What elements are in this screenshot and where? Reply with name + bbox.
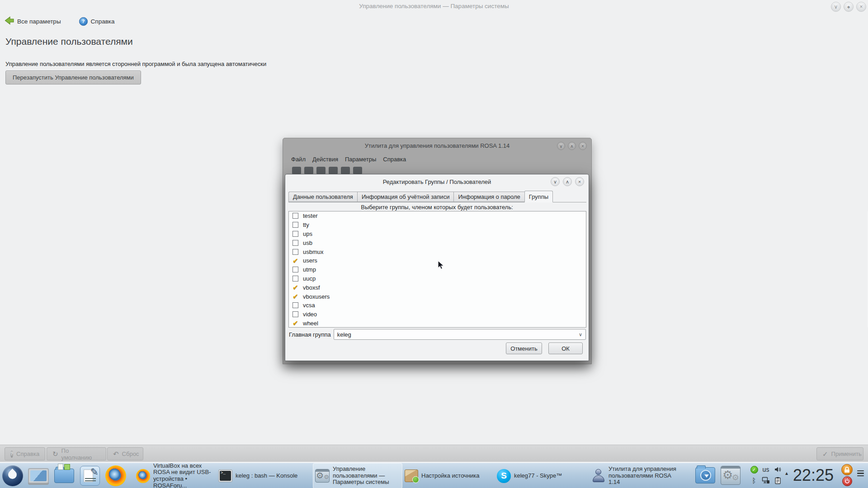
- checkbox-icon[interactable]: ✔: [292, 258, 298, 263]
- toolbar-icon: [316, 167, 326, 174]
- checkbox-icon[interactable]: [292, 222, 298, 228]
- task-user-utility[interactable]: Утилита для управления пользователями RO…: [590, 463, 679, 488]
- panel-menu-icon[interactable]: [857, 470, 864, 476]
- bluetooth-tray-item[interactable]: ᛒ: [748, 475, 760, 486]
- checkbox-icon[interactable]: [292, 213, 298, 219]
- tray-expand-icon[interactable]: ▴: [785, 470, 788, 476]
- primary-group-row: Главная группа keleg ∨: [289, 329, 586, 340]
- primary-group-combobox[interactable]: keleg ∨: [334, 329, 586, 340]
- launcher-area: ✎: [2, 465, 127, 487]
- group-row[interactable]: ✔vboxusers: [289, 292, 586, 301]
- group-row[interactable]: ups: [289, 230, 586, 239]
- group-row[interactable]: ✔vboxsf: [289, 283, 586, 292]
- help-button[interactable]: ? Справка: [79, 17, 115, 26]
- text-editor-button[interactable]: ✎: [79, 465, 101, 487]
- power-button[interactable]: [842, 476, 852, 486]
- group-row[interactable]: ✔wheel: [289, 319, 586, 328]
- maximize-icon[interactable]: ◆: [844, 2, 854, 12]
- checkbox-icon[interactable]: [292, 267, 298, 272]
- main-window-title: Управление пользователями — Параметры си…: [0, 0, 868, 12]
- help-icon: ?: [10, 450, 13, 458]
- group-label: vboxsf: [303, 284, 320, 291]
- footer-help-button[interactable]: ? Справка: [5, 447, 45, 460]
- groups-prompt: Выберите группы, членом которых будет по…: [285, 204, 589, 211]
- back-arrow-icon: [5, 16, 14, 26]
- checkbox-icon[interactable]: ✔: [292, 285, 298, 291]
- group-row[interactable]: usbmux: [289, 247, 586, 256]
- cancel-button[interactable]: Отменить: [506, 343, 542, 354]
- close-icon[interactable]: ×: [575, 177, 584, 186]
- task-konsole[interactable]: >_ keleg : bash — Konsole: [216, 463, 313, 488]
- minimize-icon[interactable]: ∨: [557, 142, 565, 150]
- restart-usermanager-button[interactable]: Перезапустить Управление пользователями: [5, 70, 141, 84]
- menu-options[interactable]: Параметры: [345, 156, 376, 163]
- help-label: Справка: [91, 18, 115, 25]
- group-label: usb: [303, 239, 312, 246]
- task-skype[interactable]: S keleg77 - Skype™: [495, 463, 590, 488]
- group-label: ups: [303, 230, 312, 237]
- desktop-icon: [28, 468, 49, 483]
- firefox-icon: [105, 465, 126, 486]
- toolbar-icon: [353, 167, 362, 174]
- rosa-menu-button[interactable]: [2, 465, 24, 487]
- settings-tray-icon[interactable]: ⚙⚙: [721, 466, 741, 485]
- ok-button[interactable]: ОК: [548, 343, 583, 354]
- minimize-icon[interactable]: ∨: [831, 2, 841, 12]
- help-icon: ?: [79, 17, 88, 26]
- group-label: tty: [303, 221, 309, 228]
- group-row[interactable]: uucp: [289, 274, 586, 283]
- konsole-icon: >_: [218, 469, 232, 482]
- checkbox-icon[interactable]: ✔: [292, 294, 298, 300]
- checkbox-icon[interactable]: [292, 311, 298, 317]
- maximize-icon[interactable]: ∧: [563, 177, 572, 186]
- checkbox-icon[interactable]: ✔: [292, 320, 298, 326]
- group-row[interactable]: vcsa: [289, 301, 586, 310]
- tab-groups[interactable]: Группы: [524, 191, 553, 202]
- menu-file[interactable]: Файл: [291, 156, 306, 163]
- close-icon[interactable]: ×: [579, 142, 587, 150]
- checkbox-icon[interactable]: [292, 249, 298, 255]
- taskbar: ✎ VirtualBox на всех ROSA не видит USB-у…: [0, 463, 868, 488]
- clock[interactable]: 22:25: [793, 466, 834, 485]
- check-icon: ✓: [822, 450, 828, 457]
- file-manager-button[interactable]: [53, 465, 75, 487]
- checkbox-icon[interactable]: [292, 276, 298, 282]
- checkbox-icon[interactable]: [292, 231, 298, 237]
- task-system-settings[interactable]: ⚙⚙ Управление пользователями — Параметры…: [313, 463, 402, 488]
- task-firefox[interactable]: VirtualBox на всех ROSA не видит USB-уст…: [134, 463, 216, 488]
- apply-button[interactable]: ✓ Применить: [816, 447, 863, 460]
- check-ok-icon: ✓: [750, 466, 758, 474]
- group-label: tester: [303, 212, 318, 219]
- show-desktop-button[interactable]: [28, 465, 49, 487]
- folder-icon: [54, 469, 74, 483]
- reset-button[interactable]: ↶ Сброс: [107, 447, 143, 460]
- tab-account-info[interactable]: Информация об учётной записи: [357, 192, 454, 202]
- minimize-icon[interactable]: ∨: [551, 177, 560, 186]
- firefox-button[interactable]: [105, 465, 127, 487]
- group-row[interactable]: tty: [289, 221, 586, 230]
- edit-groups-dialog: Редактировать Группы / Пользователей ∨ ∧…: [285, 174, 589, 361]
- menu-help[interactable]: Справка: [383, 156, 406, 163]
- tab-user-data[interactable]: Данные пользователя: [288, 192, 357, 202]
- lock-button[interactable]: [841, 464, 853, 475]
- checkbox-icon[interactable]: [292, 302, 298, 308]
- close-icon[interactable]: ×: [856, 2, 866, 12]
- all-settings-button[interactable]: Все параметры: [5, 16, 61, 26]
- clipboard-tray-item[interactable]: [772, 475, 783, 486]
- sync-ok-tray-item[interactable]: ✓: [748, 464, 760, 475]
- maximize-icon[interactable]: ∧: [568, 142, 576, 150]
- group-row[interactable]: video: [289, 310, 586, 319]
- tab-password-info[interactable]: Информация о пароле: [453, 192, 524, 202]
- task-source-settings[interactable]: Настройка источника: [402, 463, 495, 488]
- folder-download-icon[interactable]: [695, 467, 715, 483]
- keyboard-layout-indicator[interactable]: us: [760, 464, 772, 475]
- menu-actions[interactable]: Действия: [312, 156, 338, 163]
- rosa-logo-icon: [2, 465, 23, 486]
- network-tray-item[interactable]: [760, 475, 772, 486]
- user-utility-window-buttons: ∨ ∧ ×: [557, 142, 587, 150]
- volume-tray-item[interactable]: [772, 464, 783, 475]
- defaults-button[interactable]: ↻ По умолчанию: [47, 447, 106, 460]
- checkbox-icon[interactable]: [292, 240, 298, 246]
- group-row[interactable]: tester: [289, 211, 586, 221]
- group-row[interactable]: usb: [289, 238, 586, 247]
